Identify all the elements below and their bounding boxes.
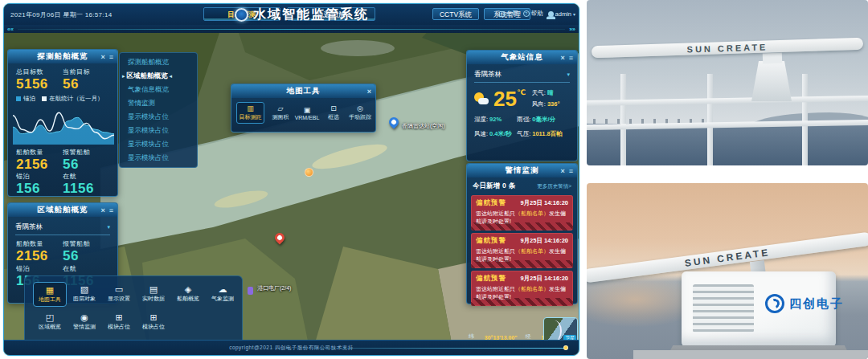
stat-value-region-alarms: 56 xyxy=(63,248,109,264)
radar-photo-bottom: SUN CREATE 四创电子 xyxy=(587,183,868,359)
module-icon: ⊞ xyxy=(115,312,122,322)
menu-item-weather-overview[interactable]: 气象信息概览 xyxy=(120,83,197,96)
dock-layer-objects[interactable]: ▧图层对象 xyxy=(68,282,101,307)
weather-station-select[interactable]: 香隅茶林▾ xyxy=(474,70,570,83)
dock-ship-overview[interactable]: ◈船舶概览 xyxy=(171,282,205,307)
help-button[interactable]: ?帮助 xyxy=(523,10,543,18)
panel-weather-station: 气象站信息 ×≡ 香隅茶林▾ 25℃ 天气:晴 风向:336° 湿度:92% 雨… xyxy=(466,50,578,161)
today-new-count: 0 xyxy=(502,182,506,190)
legend-swatch-sailing xyxy=(42,96,47,101)
datetime-text: 2021年09月06日 星期一 16:57:14 xyxy=(10,10,112,19)
help-icon: ? xyxy=(523,10,530,17)
menu-icon[interactable]: ≡ xyxy=(109,206,114,214)
dock-toolbar: ▦地图工具 ▧图层对象 ▭显示设置 ▤实时数据 ◈船舶概览 ☁气象监测 ◰区域概… xyxy=(24,275,243,345)
close-icon[interactable]: × xyxy=(100,53,105,61)
close-icon[interactable]: × xyxy=(560,167,565,175)
slider-knob[interactable] xyxy=(563,345,568,350)
alert-card[interactable]: 偏航预警9月25日 14:16:20 雷达站附近船只（船舶名单）发生偏航请及时处… xyxy=(471,195,573,230)
stat-value-current-targets: 56 xyxy=(63,76,109,92)
area-icon: ▱ xyxy=(278,104,284,112)
tool-box-select[interactable]: ⊡框选 xyxy=(323,104,344,121)
app-brand: 水域智能监管系统 xyxy=(235,6,369,23)
vent-grille xyxy=(693,284,754,332)
radar-pedestal xyxy=(751,61,792,101)
dock-region-overview[interactable]: ◰区域概览 xyxy=(33,310,67,333)
stat-value-alarm-ships: 56 xyxy=(63,157,109,173)
cctv-system-button[interactable]: CCTV系统 xyxy=(432,8,479,20)
close-icon[interactable]: × xyxy=(560,54,565,62)
menu-item-detect-overview[interactable]: 探测船舶概览 xyxy=(120,55,197,69)
menu-icon[interactable]: ≡ xyxy=(569,167,574,175)
concrete-slab xyxy=(633,350,868,359)
panel-title: 警情监测 ×≡ xyxy=(467,164,577,177)
chevron-down-icon: ▾ xyxy=(107,224,110,230)
strip-left-arrows: «« xyxy=(7,27,14,32)
weather-field: 天气:晴 xyxy=(532,89,560,97)
chevron-down-icon: ▾ xyxy=(567,71,570,78)
layers-icon: ▧ xyxy=(80,284,88,294)
menu-item-module-placeholder[interactable]: 显示模块占位 xyxy=(120,137,197,151)
close-icon[interactable]: × xyxy=(100,206,105,214)
weather-field: 风速:0.4米/秒 xyxy=(474,130,517,138)
radar-cabinet: 四创电子 xyxy=(682,271,836,347)
weather-field: 气压:1011.8百帕 xyxy=(517,130,570,138)
railing-post xyxy=(802,74,808,165)
menu-item-region-overview[interactable]: 区域船舶概览 xyxy=(120,69,197,83)
menu-item-module-placeholder[interactable]: 显示模块占位 xyxy=(120,110,197,124)
ship-trend-chart xyxy=(13,104,114,145)
app-title: 水域智能监管系统 xyxy=(253,6,369,23)
document-icon: ▤ xyxy=(149,284,158,294)
railing-post xyxy=(620,74,626,165)
more-history-link[interactable]: 更多历史警情> xyxy=(537,183,571,190)
alarm-icon: ◉ xyxy=(80,312,88,322)
box-select-icon: ⊡ xyxy=(330,104,337,112)
plant-flag-marker[interactable] xyxy=(248,287,253,295)
module-icon: ⊞ xyxy=(149,312,157,322)
stat-value-region-ships: 2156 xyxy=(16,248,63,264)
region-station-select[interactable]: 香隅茶林▾ xyxy=(15,222,110,235)
buoy-marker[interactable] xyxy=(305,168,313,177)
weather-field: 雨强:0毫米/分 xyxy=(517,116,570,124)
stat-value-anchored: 156 xyxy=(16,181,63,197)
radar-station-label: 香隅雷达站(空闲) xyxy=(402,122,445,130)
dock-module-placeholder[interactable]: ⊞模块占位 xyxy=(102,310,136,333)
fullscreen-button[interactable]: 全屏 xyxy=(499,10,518,18)
panel-detected-ships: 探测船舶概览 ×≡ 总目标数 5156 当前目标 56 锚泊 在航统计（近一月）… xyxy=(7,49,118,197)
panel-title: 区域船舶概览 ×≡ xyxy=(8,203,117,217)
dock-weather-monitor[interactable]: ☁气象监测 xyxy=(206,282,240,307)
dock-map-tools[interactable]: ▦地图工具 xyxy=(33,282,67,307)
menu-icon[interactable]: ≡ xyxy=(569,54,574,62)
timeline-slider[interactable] xyxy=(255,348,564,349)
dock-module-placeholder[interactable]: ⊞模块占位 xyxy=(137,310,170,333)
railing-bar xyxy=(587,96,868,106)
alert-card[interactable]: 偏航预警9月25日 14:16:20 雷达站附近船只（船舶名单）发生偏航请及时处… xyxy=(471,233,573,268)
stat-value-sailing: 1156 xyxy=(63,181,109,197)
radar-antenna-bar: SUN CREATE xyxy=(592,38,863,59)
brand-text: SUN CREATE xyxy=(686,42,768,54)
tool-measure-area[interactable]: ▱测面积 xyxy=(270,104,291,121)
today-new-label: 今日新增 xyxy=(473,182,500,191)
temperature-unit: ℃ xyxy=(517,88,526,96)
menu-item-module-placeholder[interactable]: 显示模块占位 xyxy=(120,151,197,165)
stat-value-total-targets: 5156 xyxy=(16,76,63,92)
stat-value-ship-count: 2156 xyxy=(16,157,63,173)
sun-cloud-icon xyxy=(474,92,489,105)
railing-post xyxy=(707,74,713,165)
menu-icon[interactable]: ≡ xyxy=(109,53,114,61)
tool-manual-track[interactable]: ◎手动跟踪 xyxy=(350,104,371,121)
tool-vrm-ebl[interactable]: ▣VRM/EBL xyxy=(297,106,317,120)
alert-card[interactable]: 偏航预警9月25日 14:16:20 雷达站附近船只（船舶名单）发生偏航请及时处… xyxy=(471,271,573,306)
dock-realtime-data[interactable]: ▤实时数据 xyxy=(137,282,170,307)
menu-item-alert-monitor[interactable]: 警情监测 xyxy=(120,96,197,110)
radar-photo-top: SUN CREATE xyxy=(587,0,868,165)
user-menu[interactable]: admin▾ xyxy=(548,10,575,18)
dock-display-settings[interactable]: ▭显示设置 xyxy=(102,282,136,307)
dock-alert-monitor[interactable]: ◉警情监测 xyxy=(68,310,101,333)
dashboard-window: 香隅雷达站(空闲) 港口电厂(2/4) 2021年09月06日 星期一 16:5… xyxy=(3,3,579,356)
tool-target-ranging[interactable]: ▥目标测距 xyxy=(236,102,264,124)
close-icon[interactable]: × xyxy=(367,88,372,96)
menu-item-module-placeholder[interactable]: 显示模块占位 xyxy=(120,124,197,137)
screenshot-root: 香隅雷达站(空闲) 港口电厂(2/4) 2021年09月06日 星期一 16:5… xyxy=(0,0,868,359)
radar-mount xyxy=(763,53,782,64)
target-icon: ◎ xyxy=(357,104,363,112)
